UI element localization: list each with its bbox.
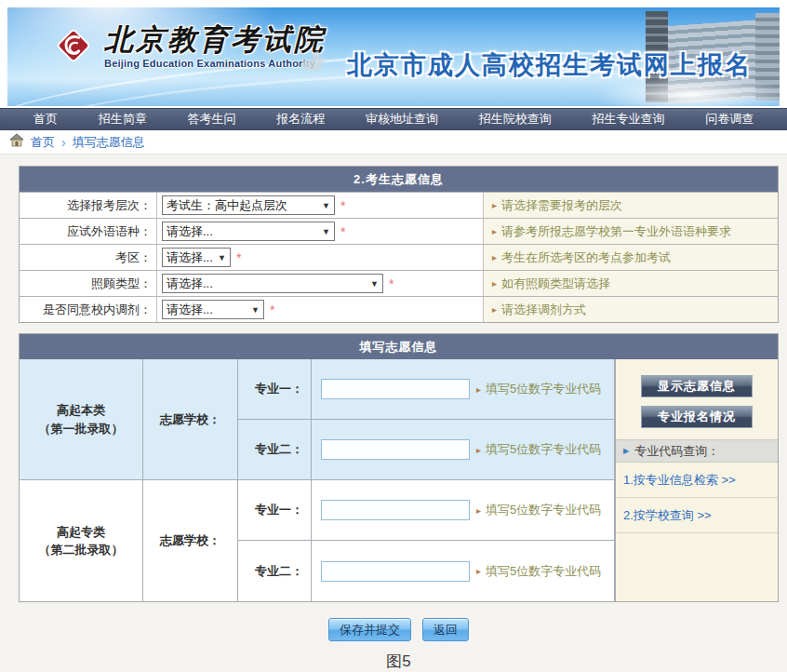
category-batch: （第一批录取）: [39, 420, 124, 438]
major1-input-cell: ▸ 填写5位数字专业代码: [312, 359, 615, 420]
nav-item-admission-guide[interactable]: 招生简章: [93, 111, 153, 128]
major1-label: 专业一：: [238, 359, 312, 420]
nav-item-home[interactable]: 首页: [28, 111, 63, 128]
hint-text: 请参考所报志愿学校第一专业外语语种要求: [501, 223, 731, 240]
main-nav: 首页 招生简章 答考生问 报名流程 审核地址查询 招生院校查询 招生专业查询 问…: [0, 108, 787, 130]
form-row-level: 选择报考层次： 考试生：高中起点层次 ▼ * ▸ 请选择需要报考的层次: [20, 192, 778, 218]
category-cell-benke: 高起本类 （第一批录取）: [20, 359, 143, 480]
hint-bullet-icon: ▸: [492, 278, 497, 289]
major-code-query-header: ▶ 专业代码查询：: [616, 439, 778, 463]
major1-input-cell: ▸ 填写5位数字专业代码: [312, 480, 615, 541]
nav-item-survey[interactable]: 问卷调查: [700, 111, 759, 128]
care-type-label: 照顾类型：: [20, 271, 157, 296]
category-name: 高起本类: [57, 401, 105, 420]
search-by-school-link[interactable]: 2.按学校查询 >>: [616, 498, 778, 533]
foreign-language-hint: ▸ 请参考所报志愿学校第一专业外语语种要求: [484, 219, 778, 244]
exam-area-select[interactable]: 请选择... ▼: [162, 248, 231, 267]
exam-area-hint: ▸ 考生在所选考区的考点参加考试: [484, 245, 778, 270]
major-code-hint: ▸ 填写5位数字专业代码: [476, 502, 601, 518]
form-row-foreign-language: 应试外语语种： 请选择... ▼ * ▸ 请参考所报志愿学校第一专业外语语种要求: [20, 218, 778, 244]
hint-bullet-icon: ▸: [492, 226, 497, 236]
foreign-language-label: 应试外语语种：: [20, 219, 157, 244]
major-code-hint: ▸ 填写5位数字专业代码: [476, 441, 601, 458]
school-panel-title: 填写志愿信息: [20, 334, 778, 359]
volunteer-info-panel: 2.考生志愿信息 选择报考层次： 考试生：高中起点层次 ▼ * ▸ 请选择需要报…: [19, 166, 779, 323]
org-name-block: 北京教育考试院 Beijing Education Examinations A…: [104, 24, 326, 69]
breadcrumb-home-link[interactable]: 首页: [31, 134, 55, 151]
level-hint: ▸ 请选择需要报考的层次: [484, 193, 778, 218]
major1-label: 专业一：: [238, 480, 312, 541]
adjustment-label: 是否同意校内调剂：: [20, 297, 157, 322]
chevron-down-icon: ▼: [322, 201, 330, 210]
school-volunteer-panel: 填写志愿信息 高起本类 （第一批录取） 志愿学校： 专业一： ▸ 填写5位数字专…: [19, 333, 779, 602]
nav-item-major-query[interactable]: 招生专业查询: [586, 111, 670, 128]
action-bar: 保存并提交 返回: [19, 618, 779, 641]
major-code-input[interactable]: [321, 439, 470, 460]
site-title: 北京市成人高校招生考试网上报名: [347, 48, 752, 82]
breadcrumb: 首页 › 填写志愿信息: [0, 130, 787, 155]
query-bullet-icon: ▶: [623, 447, 629, 455]
form-row-adjustment: 是否同意校内调剂： 请选择... ▼ * ▸ 请选择调剂方式: [20, 296, 778, 322]
hint-bullet-icon: ▸: [476, 445, 481, 455]
major-code-input[interactable]: [321, 500, 470, 520]
school-label: 志愿学校：: [160, 411, 220, 428]
required-asterisk: *: [340, 225, 345, 238]
hint-bullet-icon: ▸: [492, 200, 497, 210]
exam-area-select-value: 请选择...: [167, 249, 213, 266]
nav-item-review-address-query[interactable]: 审核地址查询: [360, 111, 444, 128]
care-type-select-value: 请选择...: [167, 276, 213, 292]
major-code-hint: ▸ 填写5位数字专业代码: [476, 381, 601, 397]
major2-input-cell: ▸ 填写5位数字专业代码: [312, 420, 615, 480]
care-type-select[interactable]: 请选择... ▼: [162, 274, 383, 293]
hint-bullet-icon: ▸: [492, 252, 497, 262]
level-label: 选择报考层次：: [20, 193, 157, 218]
major-registration-status-button[interactable]: 专业报名情况: [641, 406, 753, 428]
major-code-input[interactable]: [321, 379, 470, 399]
adjustment-select[interactable]: 请选择... ▼: [162, 300, 264, 319]
show-volunteer-info-button[interactable]: 显示志愿信息: [641, 375, 753, 397]
chevron-down-icon: ▼: [218, 253, 226, 262]
page: 北京教育考试院 Beijing Education Examinations A…: [0, 0, 787, 672]
adjustment-hint: ▸ 请选择调剂方式: [484, 297, 778, 322]
nav-item-registration-process[interactable]: 报名流程: [271, 111, 330, 128]
category-batch: （第二批录取）: [39, 541, 124, 559]
major2-label: 专业二：: [238, 420, 312, 480]
required-asterisk: *: [340, 199, 345, 212]
chevron-down-icon: ▼: [370, 279, 379, 289]
volunteer-panel-title: 2.考生志愿信息: [20, 167, 778, 192]
site-header: 北京教育考试院 Beijing Education Examinations A…: [7, 7, 780, 106]
level-select-value: 考试生：高中起点层次: [167, 197, 287, 214]
major2-input-cell: ▸ 填写5位数字专业代码: [312, 541, 615, 601]
dove-icon: [298, 48, 331, 78]
required-asterisk: *: [236, 251, 241, 264]
home-icon: [9, 133, 24, 151]
org-name-cn: 北京教育考试院: [104, 24, 326, 56]
hint-text: 请选择需要报考的层次: [501, 197, 622, 214]
query-label: 专业代码查询：: [634, 443, 719, 460]
care-type-hint: ▸ 如有照顾类型请选择: [484, 271, 778, 296]
foreign-language-select[interactable]: 请选择... ▼: [162, 222, 335, 241]
hint-text: 如有照顾类型请选择: [501, 276, 610, 292]
category-cell-zhuanke: 高起专类 （第二批录取）: [20, 480, 143, 601]
breadcrumb-current: 填写志愿信息: [73, 134, 145, 151]
major2-label: 专业二：: [238, 541, 312, 601]
nav-item-school-query[interactable]: 招生院校查询: [474, 111, 557, 128]
chevron-down-icon: ▼: [322, 227, 330, 236]
form-row-care-type: 照顾类型： 请选择... ▼ * ▸ 如有照顾类型请选择: [20, 270, 778, 296]
foreign-language-select-value: 请选择...: [167, 223, 213, 240]
required-asterisk: *: [270, 303, 274, 316]
breadcrumb-separator-icon: ›: [61, 136, 66, 149]
school-label: 志愿学校：: [160, 532, 220, 549]
nav-item-candidate-qa[interactable]: 答考生问: [181, 111, 241, 128]
level-select[interactable]: 考试生：高中起点层次 ▼: [162, 195, 335, 215]
hint-text: 请选择调剂方式: [501, 302, 586, 318]
content-area: 2.考生志愿信息 选择报考层次： 考试生：高中起点层次 ▼ * ▸ 请选择需要报…: [0, 155, 787, 672]
figure-caption: 图5: [19, 651, 779, 672]
hint-text: 考生在所选考区的考点参加考试: [501, 249, 671, 266]
save-submit-button[interactable]: 保存并提交: [328, 618, 411, 641]
major-code-input[interactable]: [321, 561, 470, 582]
back-button[interactable]: 返回: [422, 618, 469, 641]
major-query-sidebar: 显示志愿信息 专业报名情况 ▶ 专业代码查询： 1.按专业信息检索 >> 2.按…: [615, 359, 778, 601]
hint-bullet-icon: ▸: [476, 384, 481, 395]
search-by-major-link[interactable]: 1.按专业信息检索 >>: [616, 463, 778, 498]
